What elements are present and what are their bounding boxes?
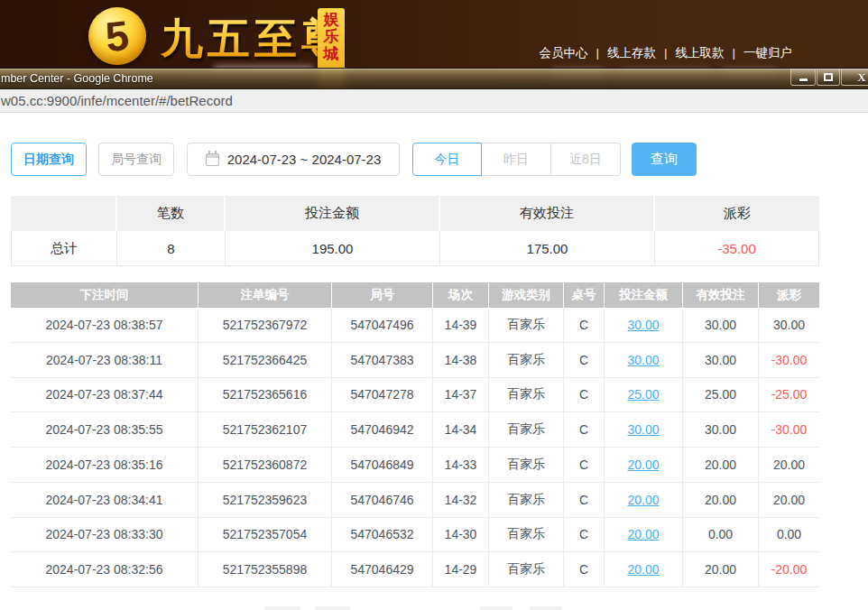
cell-game: 百家乐 [489,448,564,483]
bet-amount-link[interactable]: 20.00 [627,458,659,472]
cell-table: C [564,308,605,343]
column-header: 派彩 [759,282,819,308]
bet-amount-link[interactable]: 30.00 [627,422,659,437]
table-row: 2024-07-23 08:37:44521752365616547047278… [11,378,819,413]
chrome-window: mber Center - Google Chrome X w05.cc:990… [0,68,868,610]
date-range-value: 2024-07-23 ~ 2024-07-23 [227,152,382,167]
quick-8days-button[interactable]: 近8日 [551,143,621,176]
tab-date-query[interactable]: 日期查询 [11,143,87,176]
summary-payout: -35.00 [655,231,819,266]
window-title-bar[interactable]: mber Center - Google Chrome X [0,68,868,89]
bet-amount-link[interactable]: 30.00 [627,318,659,332]
bet-amount-link[interactable]: 25.00 [627,387,659,402]
column-header: 场次 [433,282,489,308]
cell-round: 547047383 [332,343,433,378]
pagination-button[interactable] [480,606,512,610]
calendar-icon [206,153,219,166]
cell-valid: 20.00 [683,552,759,587]
cell-round: 547046532 [332,518,433,553]
cell-session: 14-37 [433,378,489,413]
minimize-button[interactable] [790,69,816,86]
cell-order: 521752362107 [199,412,332,448]
column-header: 下注时间 [11,282,199,308]
brand-logo-icon: 5 [88,7,146,65]
summary-count: 8 [117,231,226,266]
address-bar[interactable]: w05.cc:9900/infe/mcenter/#/betRecord [0,89,868,113]
cell-game: 百家乐 [489,378,564,413]
cell-table: C [564,518,605,553]
cell-session: 14-39 [433,308,489,343]
cell-round: 547046849 [332,448,433,483]
tab-round-query[interactable]: 局号查询 [98,143,174,176]
pagination-button[interactable] [264,606,300,610]
cell-round: 547046746 [332,483,433,518]
cell-valid: 30.00 [683,308,759,343]
cell-game: 百家乐 [489,518,564,553]
summary-header-cell [11,196,117,231]
cell-order: 521752365616 [199,378,332,413]
cell-time: 2024-07-23 08:32:56 [11,552,199,587]
badge-char: 城 [324,45,339,62]
quick-today-button[interactable]: 今日 [412,143,482,176]
summary-body-row: 总计8195.00175.00-35.00 [11,231,819,266]
cell-order: 521752357054 [199,518,332,553]
top-nav: 会员中心|线上存款|线上取款|一键归户 [539,45,792,61]
table-row: 2024-07-23 08:32:56521752355898547046429… [11,552,819,587]
cell-round: 547047496 [332,308,433,343]
bet-amount-link[interactable]: 20.00 [627,493,659,507]
cell-game: 百家乐 [489,412,564,448]
badge-char: 乐 [324,28,339,45]
cell-session: 14-32 [433,483,489,518]
badge-char: 娱 [324,11,339,28]
cell-round: 547046429 [332,552,433,587]
cell-table: C [564,343,605,378]
url-text: w05.cc:9900/infe/mcenter/#/betRecord [1,93,233,108]
cell-payout: 20.00 [759,448,819,483]
cell-time: 2024-07-23 08:35:16 [11,448,199,483]
pagination-button[interactable] [315,606,350,610]
column-header: 投注金额 [605,282,683,308]
bet-record-page: 日期查询 局号查询 2024-07-23 ~ 2024-07-23 今日 昨日 … [0,113,868,610]
cell-bet: 20.00 [605,483,683,518]
cell-order: 521752359623 [199,483,332,518]
cell-time: 2024-07-23 08:35:55 [11,412,199,448]
quick-yesterday-button[interactable]: 昨日 [482,143,551,176]
cell-bet: 20.00 [605,448,683,483]
bet-amount-link[interactable]: 20.00 [627,527,659,541]
cell-payout: -25.00 [759,378,819,413]
summary-valid: 175.00 [440,231,655,266]
maximize-button[interactable] [817,69,840,86]
cell-payout: -20.00 [759,552,819,587]
column-header: 注单编号 [199,282,332,308]
bet-amount-link[interactable]: 20.00 [627,562,659,577]
window-title: mber Center - Google Chrome [1,72,153,85]
cell-bet: 30.00 [605,343,683,378]
cell-table: C [564,448,605,483]
cell-time: 2024-07-23 08:34:41 [11,483,199,518]
close-button[interactable]: X [841,69,868,86]
nav-link[interactable]: 一键归户 [743,46,792,60]
bet-table: 下注时间注单编号局号场次游戏类别桌号投注金额有效投注派彩 2024-07-23 … [11,282,819,587]
cell-bet: 30.00 [605,308,683,343]
pagination-button[interactable] [530,606,562,610]
nav-link[interactable]: 线上取款 [675,46,724,60]
cell-valid: 30.00 [683,412,759,448]
nav-link[interactable]: 线上存款 [607,46,656,60]
cell-session: 14-33 [433,448,489,483]
minimize-icon [799,79,808,81]
cell-time: 2024-07-23 08:33:30 [11,518,199,553]
cell-session: 14-30 [433,518,489,553]
search-button[interactable]: 查询 [632,143,697,176]
cell-payout: -30.00 [759,412,819,448]
cell-valid: 20.00 [683,483,759,518]
cell-game: 百家乐 [489,343,564,378]
cell-session: 14-29 [433,552,489,587]
date-range-input[interactable]: 2024-07-23 ~ 2024-07-23 [187,143,400,176]
cell-table: C [564,378,605,413]
nav-link[interactable]: 会员中心 [539,46,587,60]
bet-table-body: 2024-07-23 08:38:57521752367972547047496… [11,308,819,587]
cell-order: 521752360872 [199,448,332,483]
nav-separator: | [656,46,676,60]
cell-valid: 20.00 [683,448,759,483]
bet-amount-link[interactable]: 30.00 [627,353,659,367]
